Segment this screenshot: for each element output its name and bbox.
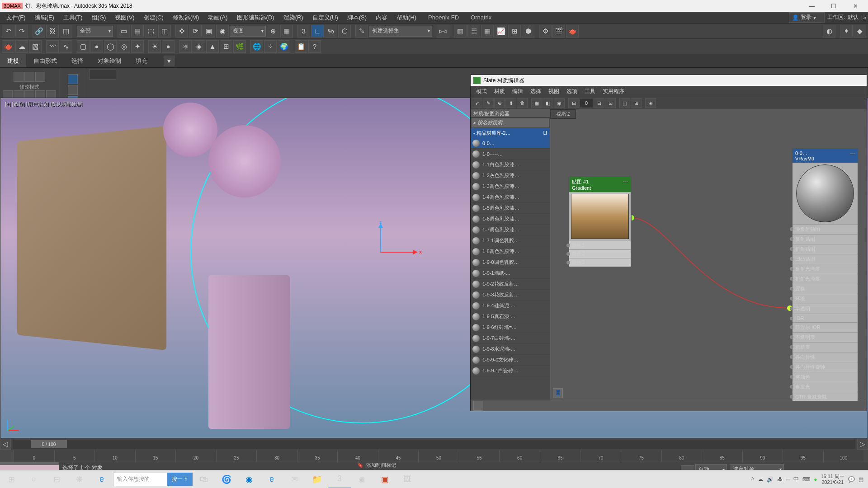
app2-icon[interactable]: 🌀 xyxy=(215,470,238,488)
help-icon[interactable]: ? xyxy=(308,40,321,53)
ring-icon[interactable]: ◯ xyxy=(104,40,117,53)
show-map-button[interactable]: ◉ xyxy=(554,98,565,108)
panel-icon[interactable]: ▧ xyxy=(29,40,42,53)
node-input-slot[interactable]: 雾颜色 xyxy=(793,372,858,382)
volume-icon[interactable]: 🔊 xyxy=(767,476,774,483)
material-list-item[interactable]: 1-9-0调色乳胶… xyxy=(471,257,550,268)
layout-all-button[interactable]: ⊞ xyxy=(568,98,579,108)
named-sel-edit-button[interactable]: ✎ xyxy=(355,25,368,38)
undo-button[interactable]: ↶ xyxy=(2,25,14,38)
battery-icon[interactable]: ═ xyxy=(786,476,790,483)
node-input-slot[interactable]: 反射光泽度 xyxy=(793,264,858,274)
clock[interactable]: 16:11 周一2021/6/21 xyxy=(821,474,844,485)
redo-button[interactable]: ↷ xyxy=(15,25,28,38)
ie-icon[interactable]: e xyxy=(90,470,113,488)
toggle-ribbon-button[interactable]: ▦ xyxy=(481,25,494,38)
task-view-button[interactable]: ⊟ xyxy=(45,470,68,488)
slate-node-view[interactable]: 视图 1 贴图 #1 —Gradient 颜色 1颜色 2颜色 3 0-0… —… xyxy=(550,109,867,401)
snap-percent-button[interactable]: % xyxy=(325,25,337,38)
pick-tool-button[interactable]: ➹ xyxy=(472,98,482,108)
mesh-icon[interactable]: ⊞ xyxy=(220,40,232,53)
timeline-prev-button[interactable]: ◁ xyxy=(0,439,11,450)
menu-item[interactable]: 创建(C) xyxy=(139,12,168,23)
teapot-icon[interactable]: 🫖 xyxy=(2,40,14,53)
curve-icon[interactable]: ∿ xyxy=(60,40,72,53)
wave-icon[interactable]: 〰 xyxy=(46,40,59,53)
ppt-icon[interactable]: ▣ xyxy=(373,470,396,488)
bind-button[interactable]: ◫ xyxy=(60,25,72,38)
material-list-item[interactable]: 1-9-6红砖墙=… xyxy=(471,322,550,333)
material-list-item[interactable]: 1-2灰色乳胶漆… xyxy=(471,170,550,181)
slate-menu-item[interactable]: 选项 xyxy=(563,88,581,95)
material-editor-button[interactable]: ⬢ xyxy=(522,25,534,38)
select-button[interactable]: ▭ xyxy=(118,25,130,38)
place-button[interactable]: ◉ xyxy=(216,25,229,38)
workspace-arrow-icon[interactable]: » xyxy=(863,14,866,21)
render-frame-button[interactable]: 🎬 xyxy=(552,25,565,38)
node-input-slot[interactable]: 漫反射贴图 xyxy=(793,224,858,234)
slate-menu-item[interactable]: 实用程序 xyxy=(599,88,628,95)
square-icon[interactable]: ▢ xyxy=(77,40,90,53)
auto-arrange-button[interactable]: ⊡ xyxy=(605,98,616,108)
action-center-icon[interactable]: ▤ xyxy=(859,476,863,483)
render-setup-button[interactable]: ⚙ xyxy=(539,25,552,38)
mirror-button[interactable]: ▹◃ xyxy=(437,25,449,38)
material-list-item[interactable]: 1-9-3花纹反射… xyxy=(471,290,550,300)
grass-icon[interactable]: 🌿 xyxy=(233,40,246,53)
material-list-item[interactable]: 1-0-----… xyxy=(471,149,550,160)
slate-menu-item[interactable]: 材质 xyxy=(491,88,509,95)
node-input-slot[interactable]: 置换 xyxy=(793,284,858,294)
menu-item[interactable]: 工具(T) xyxy=(59,12,87,23)
menu-item[interactable]: 自定义(U) xyxy=(308,12,343,23)
eyedropper-button[interactable]: ✎ xyxy=(483,98,494,108)
rotate-button[interactable]: ⟳ xyxy=(189,25,202,38)
notification-icon[interactable]: 💬 xyxy=(848,476,855,483)
plugin-menu[interactable]: Phoenix FD xyxy=(424,14,463,21)
layout-children-button[interactable]: ⊟ xyxy=(594,98,604,108)
menu-item[interactable]: 组(G) xyxy=(87,12,111,23)
pivot-button[interactable]: ⊕ xyxy=(267,25,279,38)
ribbon-pin-icon[interactable]: ▾ xyxy=(164,56,175,66)
node-input-slot[interactable]: 反射贴图 xyxy=(793,234,858,244)
window-crossing-button[interactable]: ◫ xyxy=(158,25,171,38)
menu-item[interactable]: 动画(A) xyxy=(203,12,232,23)
edit-poly-btn-2[interactable] xyxy=(68,85,78,95)
photos-icon[interactable]: 🖼 xyxy=(396,470,419,488)
start-button[interactable]: ⊞ xyxy=(0,470,23,488)
ribbon-tab[interactable]: 填充 xyxy=(128,54,155,67)
slate-titlebar[interactable]: Slate 材质编辑器 xyxy=(471,75,867,86)
ribbon-tab[interactable]: 自由形式 xyxy=(26,54,64,67)
snap-3d-button[interactable]: 3 xyxy=(297,25,310,38)
selection-lock-button[interactable]: ▦ xyxy=(280,25,293,38)
view-tab[interactable]: 视图 1 xyxy=(550,109,576,119)
material-list-item[interactable]: 1-7调色乳胶漆… xyxy=(471,225,550,235)
named-selection-dropdown[interactable]: 创建选择集 xyxy=(369,26,432,37)
material-list-item[interactable]: 1-9-2花纹反射… xyxy=(471,279,550,290)
diamond-icon[interactable]: ◈ xyxy=(193,40,205,53)
mat-param-button[interactable]: ◫ xyxy=(619,98,630,108)
preview-type-button[interactable]: 0 xyxy=(580,98,593,108)
curve-editor-button[interactable]: 📈 xyxy=(495,25,507,38)
minimize-button[interactable]: — xyxy=(801,0,823,12)
spinner-snap-button[interactable]: ⬡ xyxy=(338,25,351,38)
star-icon[interactable]: ✦ xyxy=(131,40,144,53)
navigator-icon[interactable] xyxy=(473,401,483,401)
add-time-tag[interactable]: 添加时间标记 xyxy=(366,462,396,469)
assign-button[interactable]: ⊕ xyxy=(494,98,505,108)
rect-select-button[interactable]: ⬚ xyxy=(145,25,157,38)
material-list-item[interactable]: 1-8调色乳胶漆… xyxy=(471,246,550,257)
layers-button[interactable]: ☰ xyxy=(467,25,480,38)
move-children-button[interactable]: ▦ xyxy=(531,98,542,108)
move-button[interactable]: ✥ xyxy=(175,25,188,38)
menu-item[interactable]: 图形编辑器(D) xyxy=(232,12,279,23)
edge-icon[interactable]: ◉ xyxy=(238,470,260,488)
time-slider[interactable]: 0 / 100 xyxy=(13,440,855,449)
material-list-item[interactable]: 1-9-5真石漆-… xyxy=(471,311,550,322)
time-slider-handle[interactable]: 0 / 100 xyxy=(31,440,67,448)
node-input-slot[interactable]: 各向异性 xyxy=(793,352,858,362)
node-input-slot[interactable]: IOR xyxy=(793,314,858,322)
node-input-slot[interactable]: 凹凸贴图 xyxy=(793,254,858,264)
slate-menu-item[interactable]: 模式 xyxy=(472,88,491,95)
menu-item[interactable]: 修改器(M) xyxy=(168,12,204,23)
cortana-button[interactable]: ○ xyxy=(23,470,45,488)
